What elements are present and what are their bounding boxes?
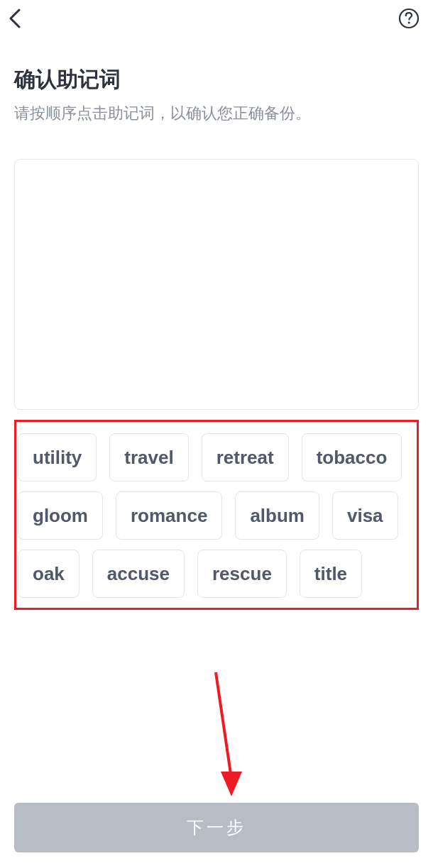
word-chip-retreat[interactable]: retreat [202, 433, 289, 482]
word-chip-romance[interactable]: romance [116, 491, 222, 540]
selected-words-area[interactable] [14, 159, 419, 410]
help-icon [398, 8, 420, 29]
svg-line-2 [216, 672, 231, 779]
back-button[interactable] [1, 4, 30, 33]
page-title: 确认助记词 [14, 65, 419, 94]
arrow-annotation-icon [210, 672, 253, 800]
chevron-left-icon [7, 9, 24, 28]
words-inner: utility travel retreat tobacco gloom rom… [16, 433, 417, 598]
main-content: 确认助记词 请按顺序点击助记词，以确认您正确备份。 utility travel… [0, 37, 433, 610]
mnemonic-words-grid: utility travel retreat tobacco gloom rom… [14, 420, 419, 610]
word-chip-rescue[interactable]: rescue [197, 550, 287, 598]
word-chip-utility[interactable]: utility [18, 433, 97, 482]
word-chip-title[interactable]: title [300, 550, 362, 598]
page-subtitle: 请按顺序点击助记词，以确认您正确备份。 [14, 101, 419, 125]
word-chip-tobacco[interactable]: tobacco [302, 433, 402, 482]
next-button[interactable]: 下一步 [14, 803, 419, 852]
svg-marker-3 [221, 772, 242, 796]
next-button-label: 下一步 [187, 816, 246, 839]
word-chip-visa[interactable]: visa [332, 491, 398, 540]
word-chip-travel[interactable]: travel [109, 433, 188, 482]
header-bar [0, 0, 433, 37]
word-chip-accuse[interactable]: accuse [92, 550, 185, 598]
word-chip-oak[interactable]: oak [18, 550, 80, 598]
svg-point-1 [408, 22, 410, 24]
help-button[interactable] [395, 4, 423, 33]
word-chip-gloom[interactable]: gloom [18, 491, 103, 540]
word-chip-album[interactable]: album [235, 491, 319, 540]
